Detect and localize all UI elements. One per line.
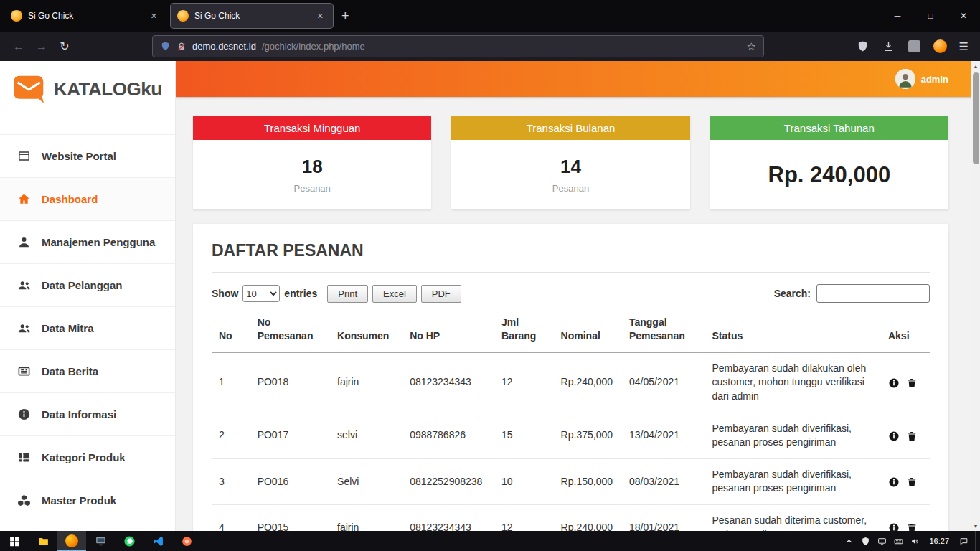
vscode-icon: [152, 535, 164, 547]
delete-trash-icon[interactable]: [906, 476, 918, 488]
cell-no-hp: 0988786826: [402, 413, 494, 458]
cell-no: 3: [212, 458, 250, 504]
detail-info-icon[interactable]: [888, 522, 900, 531]
cell-no-hp: 08123234343: [402, 504, 494, 531]
detail-info-icon[interactable]: [888, 430, 900, 442]
sidebar-item-kategori-produk[interactable]: Kategori Produk: [0, 436, 175, 479]
browser-tab[interactable]: Si Go Chick ✕: [4, 4, 166, 28]
delete-trash-icon[interactable]: [906, 430, 918, 442]
cell-status: Pesanan sudah diterima customer, Terima …: [705, 504, 881, 531]
sidebar-item-data-mitra[interactable]: Data Mitra: [0, 307, 175, 350]
address-bar[interactable]: demo.desnet.id/gochick/index.php/home ☆: [152, 35, 764, 57]
close-tab-icon[interactable]: ✕: [314, 10, 326, 22]
brand-logo[interactable]: KATALOGku: [0, 61, 175, 117]
cell-tanggal: 18/01/2021: [622, 504, 705, 531]
extension-icon[interactable]: [908, 39, 922, 54]
forward-button[interactable]: →: [30, 36, 53, 57]
action-center-icon[interactable]: [958, 536, 969, 546]
sidebar-item-website-portal[interactable]: Website Portal: [0, 135, 175, 178]
stat-card-monthly: Transaksi Bulanan 14 Pesanan: [451, 116, 689, 209]
cell-konsumen: Selvi: [330, 458, 402, 504]
tab-title: Si Go Chick: [194, 11, 308, 21]
window-minimize-button[interactable]: ─: [881, 0, 914, 32]
whatsapp-button[interactable]: [115, 531, 143, 551]
tracking-shield-icon[interactable]: [160, 41, 171, 52]
shield-badge-icon[interactable]: [856, 39, 870, 54]
cell-jml-barang: 15: [494, 413, 554, 458]
col-header-aksi: Aksi: [881, 311, 930, 352]
tray-volume-icon[interactable]: [910, 536, 920, 546]
sidebar-item-master-produk[interactable]: Master Produk: [0, 479, 175, 522]
users-icon: [17, 278, 31, 292]
sidebar-item-data-pelanggan[interactable]: Data Pelanggan: [0, 264, 175, 307]
browser-tab-active[interactable]: Si Go Chick ✕: [171, 4, 333, 28]
cell-status: Pembayaran sudah dilakukan oleh customer…: [705, 352, 881, 413]
col-header-no-hp[interactable]: No HP: [402, 311, 494, 352]
account-profile-icon[interactable]: [933, 39, 948, 54]
display-app-button[interactable]: [86, 531, 115, 551]
downloads-icon[interactable]: [882, 39, 896, 54]
sidebar-item-label: Data Berita: [42, 365, 98, 377]
sidebar-item-dashboard[interactable]: Dashboard: [0, 178, 175, 221]
cell-no-hp: 08123234343: [402, 352, 494, 413]
start-button[interactable]: [0, 531, 29, 551]
table-row: 4 PO015 fajrin 08123234343 12 Rp.240,000…: [212, 504, 930, 531]
scrollbar-thumb[interactable]: [973, 72, 979, 164]
col-header-nominal[interactable]: Nominal: [554, 311, 622, 352]
window-icon: [17, 149, 31, 163]
clock[interactable]: 16:27: [926, 537, 952, 545]
page-scrollbar[interactable]: ▲ ▼: [971, 61, 980, 531]
delete-trash-icon[interactable]: [906, 522, 918, 531]
cell-no-hp: 0812252908238: [402, 458, 494, 504]
window-maximize-button[interactable]: □: [914, 0, 947, 32]
reload-button[interactable]: ↻: [53, 36, 76, 57]
detail-info-icon[interactable]: [888, 476, 900, 488]
username-label: admin: [921, 74, 948, 85]
back-button[interactable]: ←: [7, 36, 30, 57]
col-header-tanggal[interactable]: Tanggal Pemesanan: [622, 311, 705, 352]
print-button[interactable]: Print: [327, 285, 368, 303]
window-close-button[interactable]: ✕: [947, 0, 980, 32]
col-header-status[interactable]: Status: [705, 311, 881, 352]
col-header-no[interactable]: No: [212, 311, 250, 352]
close-tab-icon[interactable]: ✕: [148, 10, 160, 22]
orders-table: No No Pemesanan Konsumen No HP Jml Baran…: [212, 311, 930, 531]
file-explorer-button[interactable]: [29, 531, 57, 551]
detail-info-icon[interactable]: [888, 377, 900, 389]
tray-display-icon[interactable]: [877, 536, 887, 546]
sidebar-item-label: Manajemen Pengguna: [42, 236, 155, 248]
sidebar-item-manajemen-pengguna[interactable]: Manajemen Pengguna: [0, 221, 175, 264]
new-tab-button[interactable]: +: [333, 6, 358, 27]
scroll-up-icon[interactable]: ▲: [971, 61, 980, 71]
cell-nominal: Rp.240,000: [554, 504, 622, 531]
app-header: admin: [176, 61, 980, 97]
hamburger-menu-icon[interactable]: ☰: [959, 40, 969, 53]
entries-select[interactable]: 10: [242, 285, 280, 302]
url-path: /gochick/index.php/home: [262, 41, 365, 52]
tray-keyboard-icon[interactable]: [893, 536, 903, 546]
tray-shield-icon[interactable]: [860, 536, 870, 546]
pdf-button[interactable]: PDF: [421, 285, 461, 303]
cell-no: 1: [212, 352, 250, 413]
col-header-jml-barang[interactable]: Jml Barang: [494, 311, 554, 352]
tray-chevron-up-icon[interactable]: [844, 536, 854, 546]
brand-name: KATALOGku: [54, 78, 162, 100]
cell-status: Pembayaran sudah diverifikasi, pesanan p…: [705, 458, 881, 504]
search-input[interactable]: [816, 284, 930, 303]
excel-button[interactable]: Excel: [372, 285, 417, 303]
bookmark-star-icon[interactable]: ☆: [747, 40, 756, 53]
user-menu[interactable]: admin: [895, 69, 948, 89]
delete-trash-icon[interactable]: [906, 377, 918, 389]
col-header-no-pemesanan[interactable]: No Pemesanan: [250, 311, 330, 352]
orange-app-button[interactable]: [172, 531, 201, 551]
firefox-taskbar-button[interactable]: [57, 531, 86, 551]
col-header-konsumen[interactable]: Konsumen: [330, 311, 402, 352]
sidebar-item-data-berita[interactable]: Data Berita: [0, 350, 175, 393]
insecure-lock-icon[interactable]: [176, 42, 187, 52]
info-circle-icon: [17, 408, 31, 421]
sidebar-item-data-informasi[interactable]: Data Informasi: [0, 393, 175, 436]
vscode-button[interactable]: [143, 531, 172, 551]
stat-card-sublabel: Pesanan: [294, 183, 331, 194]
scroll-down-icon[interactable]: ▼: [971, 521, 980, 531]
show-desktop-button[interactable]: [975, 531, 979, 551]
